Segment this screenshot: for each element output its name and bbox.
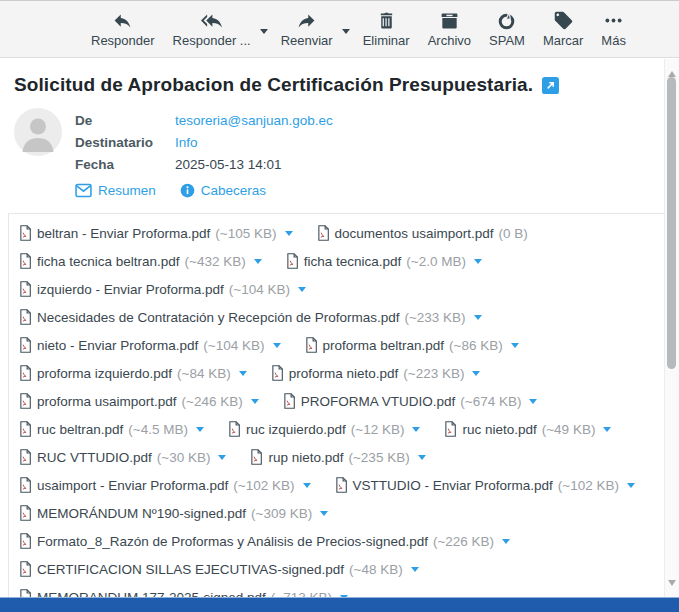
attachment[interactable]: usaimport - Enviar Proforma.pdf(~102 KB) [19, 477, 311, 493]
chevron-down-icon[interactable] [412, 427, 420, 436]
attachment[interactable]: Necesidades de Contratación y Recepción … [19, 309, 482, 325]
header-label: Destinatario [75, 135, 175, 150]
pdf-icon [19, 225, 32, 241]
chevron-down-icon[interactable] [320, 511, 328, 520]
scrollbar-thumb[interactable] [667, 77, 676, 369]
chevron-down-icon[interactable] [298, 287, 306, 296]
attachment[interactable]: ruc izquierdo.pdf(~12 KB) [228, 421, 420, 437]
attachment[interactable]: beltran - Enviar Proforma.pdf(~105 KB) [19, 225, 293, 241]
attachment[interactable]: MEMORÁNDUM Nº190-signed.pdf(~309 KB) [19, 505, 328, 521]
toolbar-menu-reply-all[interactable] [260, 8, 272, 38]
chevron-down-icon[interactable] [303, 483, 311, 492]
chevron-down-icon[interactable] [273, 343, 281, 352]
sender-block: Detesoreria@sanjuan.gob.ecDestinatarioIn… [14, 108, 679, 175]
attachment[interactable]: rup nieto.pdf(~235 KB) [250, 449, 425, 465]
chevron-down-icon[interactable] [239, 371, 247, 380]
chevron-down-icon[interactable] [502, 539, 510, 548]
chevron-down-icon[interactable] [254, 259, 262, 268]
attachment-name: proforma usaimport.pdf [37, 394, 177, 409]
chevron-down-icon[interactable] [418, 455, 426, 464]
scrollbar[interactable] [664, 59, 679, 598]
toolbar-button-label: Eliminar [363, 34, 410, 48]
attachment[interactable]: ficha tecnica beltran.pdf(~432 KB) [19, 253, 262, 269]
attachment-name: ruc beltran.pdf [37, 422, 123, 437]
chevron-down-icon[interactable] [511, 343, 519, 352]
attachment-size: (~235 KB) [348, 450, 409, 465]
attachment-size: (~309 KB) [251, 506, 312, 521]
attachment-name: RUC VTTUDIO.pdf [37, 450, 152, 465]
attachment[interactable]: documentos usaimport.pdf(0 B) [317, 225, 528, 241]
message-toolbar: ResponderResponder ...ReenviarEliminarAr… [0, 0, 679, 58]
attachment-row: proforma izquierdo.pdf(~84 KB)proforma n… [19, 359, 665, 387]
chevron-down-icon[interactable] [411, 567, 419, 576]
chevron-down-icon[interactable] [218, 455, 226, 464]
chevron-down-icon[interactable] [474, 315, 482, 324]
toolbar-button-reply-all[interactable]: Responder ... [164, 8, 260, 50]
chevron-down-icon[interactable] [474, 259, 482, 268]
attachment[interactable]: ficha tecnica.pdf(~2.0 MB) [286, 253, 482, 269]
pdf-icon [19, 533, 32, 549]
pdf-icon [305, 337, 318, 353]
chevron-down-icon[interactable] [529, 399, 537, 408]
toolbar-button-archive[interactable]: Archivo [419, 8, 480, 50]
header-value[interactable]: Info [175, 135, 198, 150]
toolbar-button-mark[interactable]: Marcar [534, 8, 592, 50]
pdf-icon [19, 337, 32, 353]
toolbar-button-label: Archivo [428, 34, 471, 48]
scroll-up-icon[interactable] [668, 67, 676, 77]
attachment[interactable]: RUC VTTUDIO.pdf(~30 KB) [19, 449, 226, 465]
action-headers[interactable]: Cabeceras [180, 183, 266, 198]
pdf-icon [19, 393, 32, 409]
attachment[interactable]: proforma beltran.pdf(~86 KB) [305, 337, 519, 353]
chevron-down-icon[interactable] [472, 371, 480, 380]
attachment-size: (~233 KB) [404, 310, 465, 325]
chevron-down-icon[interactable] [285, 231, 293, 240]
attachment[interactable]: ruc beltran.pdf(~4.5 MB) [19, 421, 204, 437]
forward-icon [296, 10, 317, 31]
toolbar-menu-forward[interactable] [342, 8, 354, 38]
external-link-icon[interactable] [542, 77, 559, 94]
chevron-down-icon[interactable] [627, 483, 635, 492]
attachment[interactable]: VSTTUDIO - Enviar Proforma.pdf(~102 KB) [335, 477, 635, 493]
pdf-icon [286, 253, 299, 269]
chevron-down-icon[interactable] [196, 427, 204, 436]
toolbar-button-reply[interactable]: Responder [82, 8, 164, 50]
envelope-icon [75, 183, 92, 198]
attachment-row: MEMORANDUM 177-2025-signed.pdf(~713 KB) [19, 583, 665, 598]
attachment[interactable]: proforma nieto.pdf(~223 KB) [271, 365, 481, 381]
pdf-icon [19, 477, 32, 493]
toolbar-button-more[interactable]: Más [592, 8, 635, 50]
header-value[interactable]: tesoreria@sanjuan.gob.ec [175, 113, 333, 128]
header-row: Fecha2025-05-13 14:01 [75, 153, 333, 175]
chevron-down-icon[interactable] [603, 427, 611, 436]
pdf-icon [19, 253, 32, 269]
tag-icon [553, 10, 574, 31]
pdf-icon [19, 505, 32, 521]
header-grid: Detesoreria@sanjuan.gob.ecDestinatarioIn… [75, 108, 333, 175]
toolbar-button-forward[interactable]: Reenviar [272, 8, 342, 50]
header-value: 2025-05-13 14:01 [175, 157, 282, 172]
attachment[interactable]: CERTIFICACION SILLAS EJECUTIVAS-signed.p… [19, 561, 419, 577]
attachment[interactable]: proforma izquierdo.pdf(~84 KB) [19, 365, 247, 381]
attachment[interactable]: Formato_8_Razón de Proformas y Análisis … [19, 533, 510, 549]
attachment-size: (~4.5 MB) [128, 422, 188, 437]
action-summary[interactable]: Resumen [75, 183, 156, 198]
attachment[interactable]: nieto - Enviar Proforma.pdf(~104 KB) [19, 337, 281, 353]
chevron-down-icon [260, 29, 268, 38]
chevron-down-icon[interactable] [251, 399, 259, 408]
attachment[interactable]: ruc nieto.pdf(~49 KB) [444, 421, 611, 437]
attachment[interactable]: proforma usaimport.pdf(~246 KB) [19, 393, 259, 409]
attachment-name: ruc izquierdo.pdf [246, 422, 346, 437]
attachment[interactable]: PROFORMA VTUDIO.pdf(~674 KB) [283, 393, 538, 409]
attachment-size: (~2.0 MB) [406, 254, 466, 269]
toolbar-button-delete[interactable]: Eliminar [354, 8, 419, 50]
attachment-size: (~12 KB) [351, 422, 405, 437]
toolbar-button-junk[interactable]: SPAM [480, 8, 534, 50]
toolbar-button-label: SPAM [489, 34, 525, 48]
attachment-size: (~84 KB) [177, 366, 231, 381]
attachment-row: izquierdo - Enviar Proforma.pdf(~104 KB) [19, 275, 665, 303]
attachment[interactable]: izquierdo - Enviar Proforma.pdf(~104 KB) [19, 281, 306, 297]
attachment-name: documentos usaimport.pdf [335, 226, 494, 241]
scroll-down-icon[interactable] [668, 580, 676, 590]
attachment-size: (~30 KB) [157, 450, 211, 465]
